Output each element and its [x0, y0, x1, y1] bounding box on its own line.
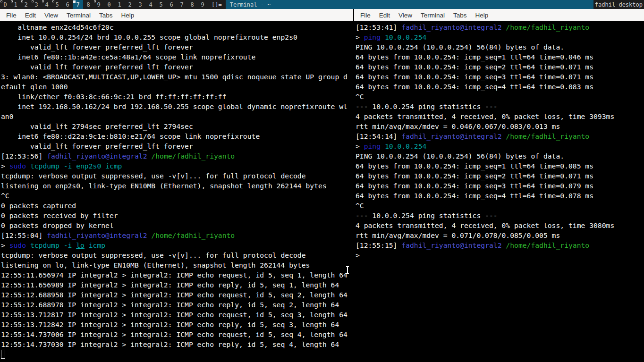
- terminal-line: link/ether f0:03:8c:66:9c:21 brd ff:ff:f…: [1, 92, 353, 101]
- terminal-line: valid_lft forever preferred_lft forever: [1, 62, 353, 72]
- terminal-line: inet6 fe80::1b:a42e:ce5a:48a1/64 scope l…: [1, 52, 353, 62]
- terminal-line: listening on enp2s0, link-type EN10MB (E…: [1, 181, 353, 191]
- terminal-line: --- 10.0.0.254 ping statistics ---: [356, 210, 644, 220]
- terminal-line: 64 bytes from 10.0.0.254: icmp_seq=4 ttl…: [356, 191, 644, 201]
- terminal-line: 64 bytes from 10.0.0.254: icmp_seq=2 ttl…: [356, 171, 644, 181]
- terminal-output-left[interactable]: altname enx2c4d54c6f20c inet 10.0.0.254/…: [0, 21, 353, 362]
- workspace-tag-8[interactable]: 8: [83, 0, 93, 9]
- statusbar-text: fadhil-desktop: [593, 0, 644, 9]
- workspace-tag-5[interactable]: 5: [52, 0, 62, 9]
- terminal-line: 12:55:11.656974 IP integral2 > integral2…: [1, 270, 353, 280]
- terminal-line: 64 bytes from 10.0.0.254: icmp_seq=3 ttl…: [356, 181, 644, 191]
- menu-item-help[interactable]: Help: [471, 9, 493, 21]
- terminal-line: > ping 10.0.0.254: [356, 141, 644, 151]
- workspace-tag-1[interactable]: 1: [10, 0, 21, 9]
- tag-occupied-indicator: [42, 0, 44, 2]
- workspace-tag-label: 5: [159, 1, 162, 8]
- terminal-line: listening on lo, link-type EN10MB (Ether…: [1, 260, 353, 270]
- workspace-tag-label: 8: [190, 1, 194, 8]
- workspace-tag-7[interactable]: 7: [73, 0, 83, 9]
- workspace-tag-label: 4: [45, 1, 48, 8]
- workspace-tag-9[interactable]: 9: [197, 0, 208, 9]
- workspace-tag-4[interactable]: 4: [42, 0, 52, 9]
- terminal-line: inet6 fe80::d22a:9c1e:b810:e21/64 scope …: [1, 131, 353, 141]
- terminal-line: ^C: [1, 191, 353, 201]
- menu-item-view[interactable]: View: [40, 9, 62, 21]
- terminal-line: [12:55:15] fadhil_riyanto@integral2 /hom…: [356, 240, 644, 250]
- terminal-line: 12:55:13.712842 IP integral2 > integral2…: [1, 320, 353, 329]
- tag-occupied-indicator: [73, 0, 76, 3]
- terminal-line: [12:55:04] fadhil_riyanto@integral2 /hom…: [1, 230, 353, 240]
- menu-item-tabs[interactable]: Tabs: [449, 9, 471, 21]
- menu-item-file[interactable]: File: [356, 9, 375, 21]
- terminal-line: 0 packets received by filter: [1, 210, 353, 220]
- workspace-tag-7[interactable]: 7: [177, 0, 187, 9]
- tag-occupied-indicator: [21, 0, 23, 2]
- workspace-tag-label: 6: [169, 1, 173, 8]
- menu-item-edit[interactable]: Edit: [21, 9, 40, 21]
- menu-item-terminal[interactable]: Terminal: [416, 9, 449, 21]
- terminal-line: --- 10.0.0.254 ping statistics ---: [356, 101, 644, 111]
- menu-item-edit[interactable]: Edit: [375, 9, 394, 21]
- terminal-line: 4 packets transmitted, 4 received, 0% pa…: [356, 220, 644, 230]
- terminal-line: 64 bytes from 10.0.0.254: icmp_seq=1 ttl…: [356, 161, 644, 171]
- terminal-line: inet 10.0.0.254/24 brd 10.0.0.255 scope …: [1, 32, 353, 42]
- terminal-line: tcpdump: verbose output suppressed, use …: [1, 250, 353, 260]
- workspace-tag-2[interactable]: 2: [125, 0, 135, 9]
- terminal-output-right[interactable]: [12:53:41] fadhil_riyanto@integral2 /hom…: [354, 21, 644, 362]
- terminal-line: PING 10.0.0.254 (10.0.0.254) 56(84) byte…: [356, 151, 644, 161]
- terminal-window-right: FileEditViewTerminalTabsHelp [12:53:41] …: [354, 9, 644, 362]
- workspace-tag-6[interactable]: 6: [62, 0, 73, 9]
- terminal-line: > ping 10.0.0.254: [356, 32, 644, 42]
- status-bar: D1234567890123456789 []= Terminal - ~ fa…: [0, 0, 644, 9]
- terminal-line: 64 bytes from 10.0.0.254: icmp_seq=2 ttl…: [356, 62, 644, 72]
- workspace-tag-label: 2: [128, 1, 131, 8]
- workspace-tag-label: 5: [55, 1, 59, 8]
- menubar-right: FileEditViewTerminalTabsHelp: [354, 9, 644, 21]
- workspace-tag-label: 3: [34, 1, 38, 8]
- workspace-tag-D[interactable]: D: [0, 0, 10, 9]
- terminal-line: valid_lft forever preferred_lft forever: [1, 141, 353, 151]
- workspace-tag-label: 6: [66, 1, 69, 8]
- workspace-tag-3[interactable]: 3: [31, 0, 42, 9]
- terminal-window-left: FileEditViewTerminalTabsHelp altname enx…: [0, 9, 353, 362]
- terminal-line: efault qlen 1000: [1, 82, 353, 92]
- workspace-tag-1[interactable]: 1: [114, 0, 125, 9]
- terminal-line: [1, 349, 353, 359]
- menu-item-file[interactable]: File: [2, 9, 21, 21]
- terminal-line: > sudo tcpdump -i enp2s0 icmp: [1, 161, 353, 171]
- workspace-tag-label: 1: [118, 1, 121, 8]
- workspace-tag-2[interactable]: 2: [21, 0, 31, 9]
- workspace-tag-0[interactable]: 0: [104, 0, 114, 9]
- layout-symbol[interactable]: []=: [208, 0, 226, 9]
- workspace-tag-label: 9: [97, 1, 100, 8]
- terminal-line: 0 packets captured: [1, 201, 353, 210]
- workspace-tag-label: 7: [76, 1, 79, 8]
- terminal-line: [12:53:41] fadhil_riyanto@integral2 /hom…: [356, 22, 644, 32]
- terminal-line: PING 10.0.0.254 (10.0.0.254) 56(84) byte…: [356, 42, 644, 52]
- workspace-tag-8[interactable]: 8: [187, 0, 197, 9]
- terminal-line: >: [356, 250, 644, 260]
- menu-item-tabs[interactable]: Tabs: [95, 9, 117, 21]
- terminal-line: 64 bytes from 10.0.0.254: icmp_seq=3 ttl…: [356, 72, 644, 82]
- focused-window-title: Terminal - ~: [226, 0, 593, 9]
- tag-occupied-indicator: [11, 0, 13, 2]
- terminal-line: 3: wlan0: <BROADCAST,MULTICAST,UP,LOWER_…: [1, 72, 353, 82]
- terminal-line: altname enx2c4d54c6f20c: [1, 22, 353, 32]
- terminal-line: 12:55:11.656989 IP integral2 > integral2…: [1, 280, 353, 290]
- workspace-tag-4[interactable]: 4: [145, 0, 156, 9]
- menu-item-help[interactable]: Help: [117, 9, 139, 21]
- mouse-ibeam-cursor: [347, 267, 348, 274]
- workspace-tag-9[interactable]: 9: [93, 0, 104, 9]
- workspace-tag-label: 1: [14, 1, 17, 8]
- menubar-left: FileEditViewTerminalTabsHelp: [0, 9, 353, 21]
- workspace-tag-3[interactable]: 3: [135, 0, 145, 9]
- menu-item-terminal[interactable]: Terminal: [62, 9, 95, 21]
- workspace-tag-label: D: [3, 1, 7, 8]
- workspace-tag-5[interactable]: 5: [156, 0, 166, 9]
- menu-item-view[interactable]: View: [394, 9, 416, 21]
- workspace-tags: D1234567890123456789: [0, 0, 208, 9]
- workspace-tag-6[interactable]: 6: [166, 0, 177, 9]
- terminal-line: an0: [1, 111, 353, 121]
- workspace-tag-label: 0: [107, 1, 110, 8]
